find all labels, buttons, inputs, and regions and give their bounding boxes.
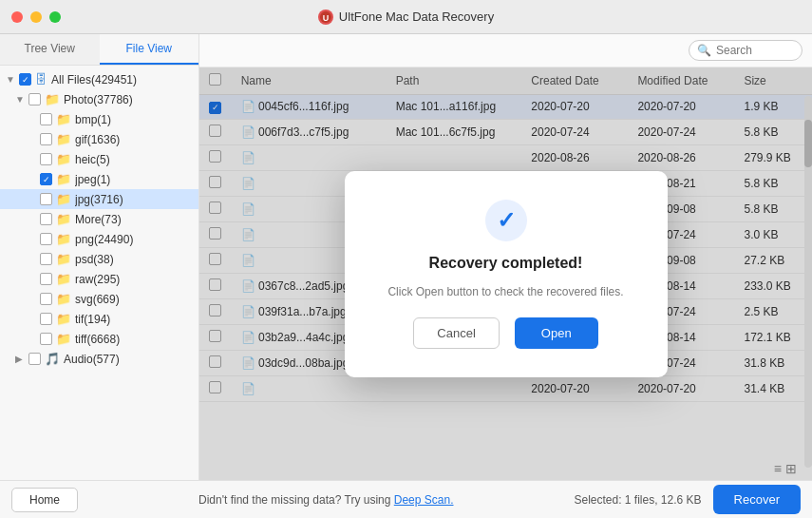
jpeg-checkbox[interactable]: ✓ (40, 173, 52, 185)
content-area: 🔍 Name Path Created Date Modified Date (199, 34, 812, 480)
tree-item-heic[interactable]: 📁 heic(5) (0, 149, 198, 169)
app-title: U UltFone Mac Data Recovery (318, 10, 494, 25)
modal-title: Recovery completed! (429, 255, 583, 272)
tree-item-bmp[interactable]: 📁 bmp(1) (0, 109, 198, 129)
deep-scan-link[interactable]: Deep Scan. (394, 493, 454, 507)
folder-icon: 📁 (56, 232, 71, 246)
folder-icon: 🎵 (45, 352, 60, 366)
checkmark-icon: ✓ (497, 207, 516, 234)
jpg-checkbox[interactable] (40, 193, 52, 205)
gif-checkbox[interactable] (40, 133, 52, 145)
tab-file-view[interactable]: File View (100, 34, 199, 65)
tree-item-label: jpg(3716) (75, 193, 193, 206)
tree-item-root[interactable]: ▼ ✓ 🗄 All Files(429451) (0, 69, 198, 89)
tree-item-label: raw(295) (75, 273, 193, 286)
modal-overlay: ✓ Recovery completed! Click Open button … (199, 67, 812, 480)
app-logo: U (318, 10, 333, 25)
tree-item-raw[interactable]: 📁 raw(295) (0, 269, 198, 289)
success-icon: ✓ (485, 200, 527, 241)
tree-item-label: gif(1636) (75, 133, 193, 146)
folder-icon: 📁 (56, 192, 71, 206)
tab-bar: Tree View File View (0, 34, 198, 66)
content-toolbar: 🔍 (199, 34, 812, 67)
sidebar: Tree View File View ▼ ✓ 🗄 All Files(4294… (0, 34, 199, 480)
folder-icon: 📁 (56, 312, 71, 326)
bottom-bar: Home Didn't find the missing data? Try u… (0, 480, 812, 518)
search-input[interactable] (716, 44, 792, 57)
tab-tree-view[interactable]: Tree View (0, 34, 100, 65)
tree-item-label: svg(669) (75, 293, 193, 306)
svg-text:U: U (323, 13, 330, 23)
folder-icon: 📁 (56, 152, 71, 166)
title-bar: U UltFone Mac Data Recovery (0, 0, 812, 34)
folder-icon: 📁 (56, 252, 71, 266)
tree-item-label: All Files(429451) (51, 73, 193, 86)
folder-icon: 📁 (45, 92, 60, 106)
tree-item-label: Audio(577) (64, 353, 193, 366)
tree-content: ▼ ✓ 🗄 All Files(429451) ▼ 📁 Photo(37786)… (0, 66, 198, 480)
tree-item-jpg[interactable]: 📁 jpg(3716) (0, 189, 198, 209)
recovery-modal: ✓ Recovery completed! Click Open button … (345, 171, 668, 377)
tree-item-label: heic(5) (75, 153, 193, 166)
tree-item-tif[interactable]: 📁 tif(194) (0, 309, 198, 329)
search-box[interactable]: 🔍 (689, 40, 803, 61)
tree-item-audio[interactable]: ▶ 🎵 Audio(577) (0, 349, 198, 369)
close-button[interactable] (11, 11, 23, 23)
selected-info: Selected: 1 files, 12.6 KB (574, 493, 701, 507)
folder-icon: 📁 (56, 172, 71, 186)
tree-item-label: bmp(1) (75, 113, 193, 126)
maximize-button[interactable] (49, 11, 61, 23)
tree-item-svg[interactable]: 📁 svg(669) (0, 289, 198, 309)
root-checkbox[interactable]: ✓ (19, 73, 31, 86)
recover-button[interactable]: Recover (713, 485, 801, 514)
arrow-icon: ▶ (15, 354, 25, 364)
more-checkbox[interactable] (40, 213, 52, 225)
folder-icon: 📁 (56, 212, 71, 226)
folder-icon: 📁 (56, 292, 71, 306)
tree-item-jpeg[interactable]: ✓ 📁 jpeg(1) (0, 169, 198, 189)
modal-open-button[interactable]: Open (515, 317, 598, 349)
tiff-checkbox[interactable] (40, 333, 52, 345)
tree-item-png[interactable]: 📁 png(24490) (0, 229, 198, 249)
window-controls (11, 11, 61, 23)
tree-item-label: psd(38) (75, 253, 193, 266)
bmp-checkbox[interactable] (40, 113, 52, 125)
photo-checkbox[interactable] (28, 93, 41, 106)
tree-item-label: More(73) (75, 213, 193, 226)
png-checkbox[interactable] (40, 233, 52, 245)
tree-item-label: tif(194) (75, 313, 193, 326)
search-icon: 🔍 (697, 44, 711, 57)
modal-cancel-button[interactable]: Cancel (413, 317, 499, 349)
home-button[interactable]: Home (11, 488, 78, 512)
tif-checkbox[interactable] (40, 313, 52, 325)
arrow-icon: ▼ (15, 94, 25, 105)
minimize-button[interactable] (30, 11, 42, 23)
tree-item-label: jpeg(1) (75, 173, 193, 186)
svg-checkbox[interactable] (40, 293, 52, 305)
arrow-icon: ▼ (6, 74, 15, 85)
modal-buttons: Cancel Open (413, 317, 597, 349)
tree-item-label: tiff(6668) (75, 333, 193, 346)
tree-item-label: Photo(37786) (64, 93, 193, 106)
hint-text: Didn't find the missing data? Try using (198, 493, 390, 507)
folder-icon: 📁 (56, 112, 71, 126)
folder-icon: 📁 (56, 132, 71, 146)
tree-item-gif[interactable]: 📁 gif(1636) (0, 129, 198, 149)
modal-subtitle: Click Open button to check the recovered… (387, 285, 623, 298)
folder-icon: 📁 (56, 332, 71, 346)
tree-item-tiff[interactable]: 📁 tiff(6668) (0, 329, 198, 349)
folder-icon: 🗄 (35, 72, 47, 86)
table-wrapper: Name Path Created Date Modified Date Siz… (199, 67, 812, 480)
tree-item-label: png(24490) (75, 233, 193, 246)
bottom-hint: Didn't find the missing data? Try using … (198, 493, 453, 507)
psd-checkbox[interactable] (40, 253, 52, 265)
audio-checkbox[interactable] (28, 353, 41, 365)
heic-checkbox[interactable] (40, 153, 52, 165)
folder-icon: 📁 (56, 272, 71, 286)
raw-checkbox[interactable] (40, 273, 52, 285)
main-layout: Tree View File View ▼ ✓ 🗄 All Files(4294… (0, 34, 812, 480)
tree-item-more[interactable]: 📁 More(73) (0, 209, 198, 229)
tree-item-photo[interactable]: ▼ 📁 Photo(37786) (0, 89, 198, 109)
tree-item-psd[interactable]: 📁 psd(38) (0, 249, 198, 269)
